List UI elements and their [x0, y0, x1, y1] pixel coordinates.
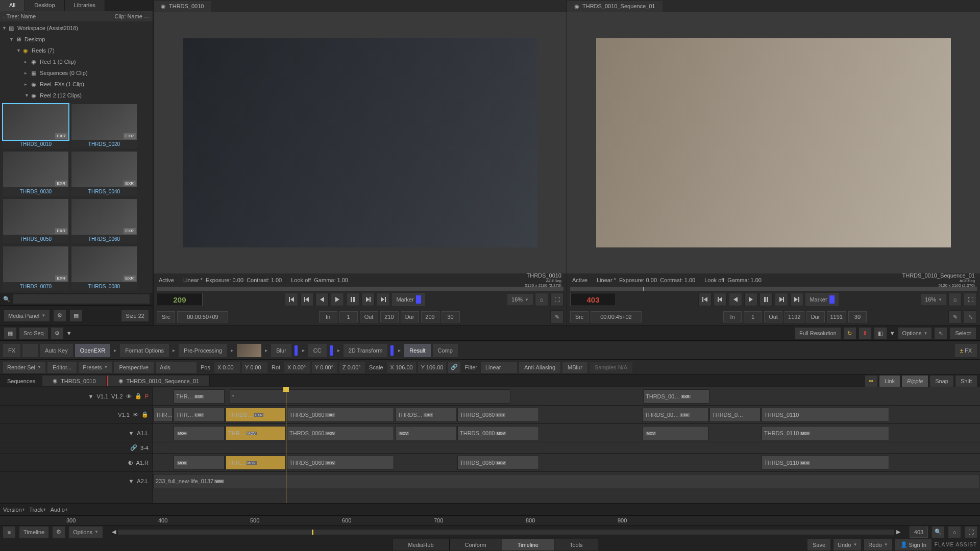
out-value[interactable]: 210	[380, 311, 399, 322]
scale-x[interactable]: X 106.00	[387, 362, 416, 373]
viewer-b-frame[interactable]: 403	[570, 293, 616, 306]
lock-icon[interactable]: 🔒	[141, 411, 149, 418]
timeline-music-clip[interactable]: 233_full_new-life_0137WAV	[153, 474, 980, 488]
thumb-size[interactable]: Size 22	[121, 310, 149, 321]
chevron-down-icon[interactable]: ▼	[66, 330, 72, 336]
format-options-node[interactable]: Format Options	[120, 344, 169, 357]
timeline-clip[interactable]: THRDS_0110	[762, 408, 889, 422]
in-value[interactable]: 1	[744, 311, 762, 322]
timeline-audio-clip[interactable]: THRDS_0080MOV	[457, 456, 539, 470]
timeline-audio-clip-selected[interactable]: THR…MOV	[226, 456, 286, 470]
src-timecode[interactable]: 00:00:50+09	[177, 311, 228, 322]
signin-button[interactable]: 👤 Sign In	[895, 539, 932, 550]
track-v11b-header[interactable]: V1.1👁🔒	[0, 406, 153, 424]
eye-icon[interactable]: 👁	[126, 393, 132, 399]
timeline-clip[interactable]: THRDS_00…EXR	[643, 389, 709, 404]
dur-value[interactable]: 1191	[827, 311, 846, 322]
clip-thumbnail[interactable]: EXRTHRDS_0040	[71, 152, 137, 196]
render-sel-dropdown[interactable]: Render Sel▼	[3, 362, 45, 373]
step-back-icon[interactable]	[714, 293, 727, 306]
timeline-audio-clip[interactable]: MOV	[395, 426, 456, 440]
play-icon[interactable]	[744, 293, 757, 306]
track-sync-header[interactable]: 🔗3-4	[0, 442, 153, 454]
mblur-button[interactable]: MBlur	[562, 362, 587, 373]
axis-dropdown[interactable]: Axis	[156, 362, 197, 373]
audio-plus[interactable]: Audio+	[51, 507, 68, 513]
tree-reel1[interactable]: ▸◉Reel 1 (0 Clip)	[0, 56, 153, 67]
goto-start-icon[interactable]	[698, 293, 712, 306]
scale-y[interactable]: Y 106.00	[418, 362, 447, 373]
seq-tab-2[interactable]: ◉THRDS_0010_Sequence_01	[107, 375, 210, 386]
expand-icon[interactable]: ⛶	[550, 293, 564, 306]
srcseq-dropdown[interactable]: Src-Seq	[19, 328, 48, 339]
2d-toggle[interactable]	[390, 345, 394, 356]
clip-thumbnail[interactable]: EXRTHRDS_0010	[3, 104, 68, 148]
dur-value[interactable]: 209	[421, 311, 439, 322]
scroll-right-icon[interactable]: ▶	[896, 529, 900, 535]
home-icon[interactable]: ⌂	[948, 527, 961, 538]
fx-right-button[interactable]: ± FX	[955, 344, 977, 357]
tree-workspace[interactable]: ▼▧ Workspace (Assist2018)	[0, 22, 153, 34]
viewer-b-scrub[interactable]	[570, 287, 977, 291]
tab-desktop[interactable]: Desktop	[25, 0, 64, 11]
timeline-audio-clip-selected[interactable]: THR…MOV	[226, 426, 286, 440]
timeline-scrollbar[interactable]	[118, 530, 894, 535]
rot-z[interactable]: Z 0.00°	[339, 362, 365, 373]
goto-start-icon[interactable]	[285, 293, 298, 306]
viewer-a-tab[interactable]: ◉THRDS_0010	[154, 1, 211, 12]
expand-icon[interactable]: ⛶	[964, 293, 977, 306]
timeline-options[interactable]: Options▼	[69, 527, 103, 538]
timeline-audio-clip[interactable]: MOV	[174, 456, 225, 470]
timeline-gap[interactable]: *	[230, 389, 510, 404]
refresh-icon[interactable]: ↻	[844, 328, 856, 339]
clip-thumbnail[interactable]: EXRTHRDS_0080	[71, 246, 137, 291]
fit-icon[interactable]: ⛶	[965, 527, 977, 538]
timeline-clip-selected[interactable]: THRDS…EXR	[226, 408, 286, 422]
timeline-audio-clip[interactable]: THRDS_0110MOV	[762, 456, 889, 470]
viewer-a-frame[interactable]: 209	[157, 293, 203, 306]
preprocessing-node[interactable]: Pre-Processing	[179, 344, 227, 357]
autokey-button[interactable]: Auto Key	[40, 344, 73, 357]
fx-preview-thumb[interactable]	[237, 344, 261, 357]
fx-blank[interactable]	[22, 344, 38, 357]
timeline-clip[interactable]: THRDS_00…EXR	[642, 408, 708, 422]
tool-icon[interactable]: ✎	[948, 310, 962, 323]
select-button[interactable]: Select	[950, 328, 976, 339]
viewer-a-scrub[interactable]	[157, 287, 564, 291]
blur-toggle[interactable]	[295, 345, 298, 356]
tab-timeline[interactable]: Timeline	[502, 539, 554, 550]
goto-end-icon[interactable]	[377, 293, 390, 306]
timeline-clip[interactable]: THRDS_0060EXR	[287, 408, 394, 422]
cc-toggle[interactable]	[330, 345, 333, 356]
snap-toggle[interactable]: Snap	[930, 375, 953, 387]
fps-value[interactable]: 30	[442, 311, 460, 322]
track-a1r-header[interactable]: ◐A1.R	[0, 454, 153, 472]
marker-button[interactable]: Marker	[805, 293, 838, 306]
download-icon[interactable]: ⬇	[859, 328, 871, 339]
timeline-clip[interactable]: THR…	[153, 408, 173, 422]
result-node[interactable]: Result	[404, 344, 430, 357]
home-icon[interactable]: ⌂	[948, 293, 962, 306]
fps-value[interactable]: 30	[848, 311, 867, 322]
timeline-dropdown[interactable]: Timeline	[19, 527, 48, 538]
cursor-icon[interactable]: ↖	[935, 328, 947, 339]
timeline-clip[interactable]: THRDS_0…	[709, 408, 761, 422]
home-icon[interactable]: ⌂	[535, 293, 548, 306]
gear-icon[interactable]: ⚙	[53, 527, 65, 538]
play-rev-icon[interactable]	[729, 293, 742, 306]
compare-icon[interactable]: ◧	[874, 328, 887, 339]
options-dropdown[interactable]: Options▼	[898, 328, 932, 339]
step-fwd-icon[interactable]	[361, 293, 375, 306]
timeline-clip[interactable]: THRDS_0080EXR	[457, 408, 539, 422]
eye-icon[interactable]: 👁	[133, 412, 138, 418]
timeline-clip[interactable]: THRDS…EXR	[395, 408, 456, 422]
chevron-down-icon[interactable]: ▼	[890, 330, 895, 336]
ripple-toggle[interactable]: Ripple	[902, 375, 928, 387]
out-value[interactable]: 1192	[785, 311, 804, 322]
goto-end-icon[interactable]	[790, 293, 803, 306]
zoom-dropdown[interactable]: 16%▼	[507, 294, 533, 305]
track-content[interactable]: THR…EXR * THRDS_00…EXR THR… THR…EXR THRD…	[153, 387, 980, 503]
filter-dropdown[interactable]: Linear	[481, 362, 517, 373]
blur-node[interactable]: Blur	[271, 344, 291, 357]
timeline-layout-icon[interactable]: ≡	[3, 527, 15, 538]
